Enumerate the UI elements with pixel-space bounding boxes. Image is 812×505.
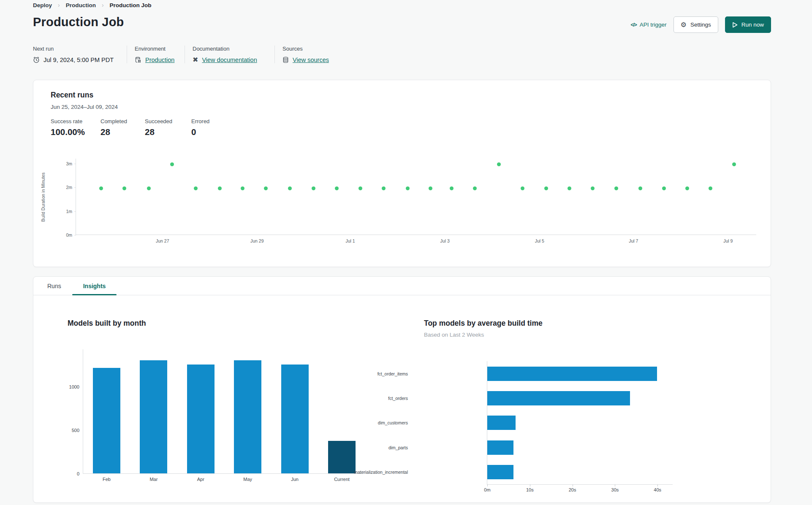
run-duration-point[interactable] [99,186,103,190]
run-now-button[interactable]: Run now [725,16,771,33]
run-duration-point[interactable] [662,186,666,190]
run-duration-point[interactable] [568,186,571,190]
y-tick-label: 2m [47,185,72,190]
model-label-dim_customers: dim_customers [281,420,408,425]
meta-sources: Sources View sources [274,46,342,63]
sources-label: Sources [282,46,329,52]
run-duration-point[interactable] [638,186,642,190]
environment-link[interactable]: Production [145,57,174,63]
y-tick-mark [74,187,76,188]
build-duration-plot-area: 3m2m1m0mJun 27Jun 29Jul 1Jul 3Jul 5Jul 7… [76,159,756,235]
meta-next-run: Next run Jul 9, 2024, 5:00 PM PDT [33,46,127,63]
run-duration-point[interactable] [170,162,174,166]
x-tick-label: Jul 5 [535,238,544,243]
meta-environment: Environment Production [127,46,185,63]
breadcrumb-item-production-job: Production Job [110,2,152,8]
x-tick-mark [573,484,573,486]
recent-runs-card: Recent runs Jun 25, 2024–Jul 09, 2024 Su… [33,80,771,267]
page-title: Production Job [33,15,124,29]
x-tick-label: Jul 1 [346,238,355,243]
run-duration-point[interactable] [591,186,595,190]
sources-database-icon [282,57,289,63]
y-tick-mark [74,211,76,212]
breadcrumb: Deploy › Production › Production Job [33,2,152,8]
run-duration-point[interactable] [312,186,315,190]
model-label-dim_parts: dim_parts [281,445,408,450]
run-duration-point[interactable] [194,186,198,190]
build-time-bar-dim_customers[interactable] [487,416,516,430]
y-tick-label: 3m [47,161,72,166]
y-tick-label: 0m [47,232,72,238]
api-trigger-label: API trigger [640,22,667,28]
run-duration-point[interactable] [473,186,477,190]
build-time-bar-fct_order_items[interactable] [487,367,657,381]
environment-label: Environment [135,46,172,52]
job-meta-row: Next run Jul 9, 2024, 5:00 PM PDT Enviro… [33,46,342,63]
run-duration-point[interactable] [685,186,689,190]
x-tick-label: 40s [654,487,661,492]
environment-database-icon [135,57,141,63]
chevron-right-icon: › [102,2,104,8]
build-duration-y-axis-label: Build Duration in Minutes [41,163,46,231]
code-icon: </> [630,22,636,28]
x-tick-mark [615,484,615,486]
x-tick-mark [657,484,658,486]
view-sources-link[interactable]: View sources [293,57,329,63]
x-tick-label: 0m [484,487,490,492]
top-models-x-axis-line [487,484,673,485]
build-time-bar-materialization_incremental[interactable] [487,465,513,479]
settings-label: Settings [690,22,711,28]
run-duration-point[interactable] [406,186,410,190]
top-models-plot: fct_order_itemsfct_ordersdim_customersdi… [33,277,771,502]
job-detail-card: Runs Insights Models built by month 0500… [33,276,771,503]
build-duration-chart: Build Duration in Minutes 3m2m1m0mJun 27… [33,80,771,267]
run-duration-point[interactable] [521,186,524,190]
x-tick-label: Jun 27 [156,238,169,243]
run-duration-point[interactable] [614,186,618,190]
documentation-label: Documentation [193,46,262,52]
y-tick-mark [74,235,76,235]
x-tick-mark [487,484,488,486]
build-time-bar-dim_parts[interactable] [487,440,513,455]
x-tick-label: 10s [526,487,534,492]
run-duration-point[interactable] [544,186,548,190]
x-tick-mark [530,484,530,486]
y-tick-label: 1m [47,209,72,214]
run-duration-point[interactable] [709,186,712,190]
gear-icon: ⚙ [681,22,687,28]
model-label-fct_orders: fct_orders [281,396,408,401]
run-duration-point[interactable] [147,186,151,190]
run-duration-point[interactable] [264,186,268,190]
x-tick-label: Jun 29 [250,238,264,243]
run-duration-point[interactable] [429,186,432,190]
settings-button[interactable]: ⚙ Settings [673,16,718,33]
run-duration-point[interactable] [335,186,339,190]
run-duration-point[interactable] [497,162,501,166]
api-trigger-button[interactable]: </> API trigger [630,22,666,28]
dbt-docs-icon: ✖ [193,57,198,63]
x-tick-label: Jul 9 [723,238,733,243]
build-time-bar-fct_orders[interactable] [487,391,630,405]
model-label-materialization_incremental: materialization_incremental [281,470,408,475]
run-duration-point[interactable] [241,186,244,190]
run-duration-point[interactable] [122,186,126,190]
x-tick-label: Jul 7 [629,238,638,243]
x-tick-label: 30s [611,487,619,492]
view-documentation-link[interactable]: View documentation [202,57,257,63]
play-icon [732,22,738,28]
next-run-label: Next run [33,46,114,52]
header-actions: </> API trigger ⚙ Settings Run now [630,16,771,33]
run-duration-point[interactable] [450,186,454,190]
y-tick-mark [74,164,76,164]
x-tick-label: Jul 3 [440,238,450,243]
run-duration-point[interactable] [218,186,222,190]
breadcrumb-item-deploy[interactable]: Deploy [33,2,52,8]
clock-icon [33,57,40,63]
run-duration-point[interactable] [358,186,362,190]
run-duration-point[interactable] [382,186,386,190]
run-duration-point[interactable] [288,186,292,190]
breadcrumb-item-production[interactable]: Production [66,2,96,8]
meta-documentation: Documentation ✖ View documentation [185,46,274,63]
run-duration-point[interactable] [732,162,736,166]
model-label-fct_order_items: fct_order_items [281,371,408,376]
